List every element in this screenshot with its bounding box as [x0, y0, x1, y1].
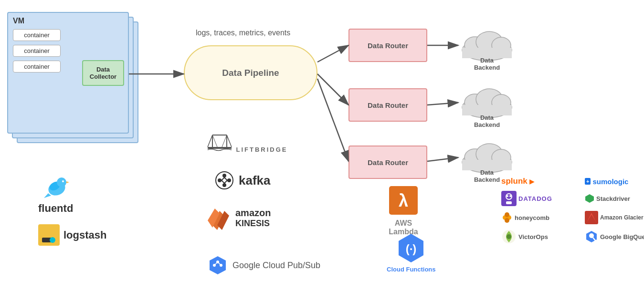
vm-label: VM [13, 17, 123, 25]
data-router-2: Data Router [348, 88, 427, 122]
svg-point-72 [505, 218, 509, 223]
svg-point-43 [218, 178, 222, 182]
svg-marker-52 [210, 256, 226, 274]
svg-point-65 [507, 195, 508, 197]
svg-line-48 [224, 180, 227, 183]
svg-marker-28 [66, 181, 69, 183]
data-router-3: Data Router [348, 146, 427, 179]
svg-line-38 [212, 135, 217, 147]
svg-line-18 [317, 74, 348, 105]
right-logos-panel: splunk ▶ + sumologic DATADOG [501, 177, 644, 244]
data-router-1: Data Router [348, 29, 427, 62]
top-label: logs, traces, metrics, events [196, 29, 290, 37]
fluentd-logo: fluentd [38, 172, 73, 215]
svg-point-41 [222, 174, 226, 177]
container-box-2: container [13, 45, 61, 57]
svg-rect-32 [208, 147, 232, 149]
container-box-1: container [13, 29, 61, 41]
svg-text:(·): (·) [405, 242, 416, 255]
data-backend-1: DataBackend [458, 24, 516, 71]
svg-point-71 [505, 212, 509, 217]
svg-rect-67 [506, 201, 512, 204]
svg-point-26 [57, 177, 66, 187]
svg-marker-25 [44, 193, 51, 198]
pubsub-logo: Google Cloud Pub/Sub [208, 255, 320, 275]
svg-line-19 [317, 79, 348, 161]
amazon-glacier-logo: Amazon Glacier [585, 211, 644, 224]
svg-line-47 [222, 180, 224, 183]
splunk-logo: splunk ▶ [501, 177, 578, 186]
svg-line-21 [427, 103, 458, 105]
bigquery-logo: Google BigQuery [585, 229, 644, 244]
svg-line-39 [222, 135, 227, 147]
svg-point-31 [50, 237, 55, 243]
svg-marker-68 [585, 194, 594, 203]
data-pipeline-box: Data Pipeline [184, 45, 317, 100]
container-box-3: container [13, 61, 61, 73]
svg-point-77 [507, 234, 511, 239]
svg-point-27 [62, 180, 64, 182]
honeycomb-logo: honeycomb [501, 211, 578, 224]
aws-lambda-logo: λ AWSLambda [387, 184, 420, 236]
svg-rect-29 [38, 224, 60, 246]
cloud-functions-logo: (·) Cloud Functions [387, 233, 436, 273]
stackdriver-logo: Stackdriver [585, 191, 644, 206]
svg-point-42 [222, 183, 226, 187]
sumologic-logo: + sumologic [585, 177, 644, 186]
data-backend-2: DataBackend [458, 81, 516, 128]
svg-line-46 [224, 177, 227, 180]
kinesis-logo: amazon KINESIS [208, 206, 271, 230]
victorops-logo: VictorOps [501, 229, 578, 244]
liftbridge-logo: LIFTBRIDGE [205, 133, 287, 154]
main-diagram: logs, traces, metrics, events VM contain… [0, 0, 644, 292]
svg-line-17 [317, 45, 348, 62]
svg-point-44 [227, 178, 231, 182]
svg-point-66 [509, 195, 511, 197]
kafka-logo: kafka [215, 171, 271, 190]
logstash-logo: logstash [38, 224, 106, 246]
data-collector-box: DataCollector [82, 60, 124, 86]
svg-text:λ: λ [399, 191, 408, 210]
svg-line-36 [208, 135, 212, 147]
svg-line-45 [222, 177, 224, 180]
svg-line-37 [227, 135, 232, 147]
svg-line-22 [427, 157, 458, 161]
datadog-logo: DATADOG [501, 191, 578, 206]
